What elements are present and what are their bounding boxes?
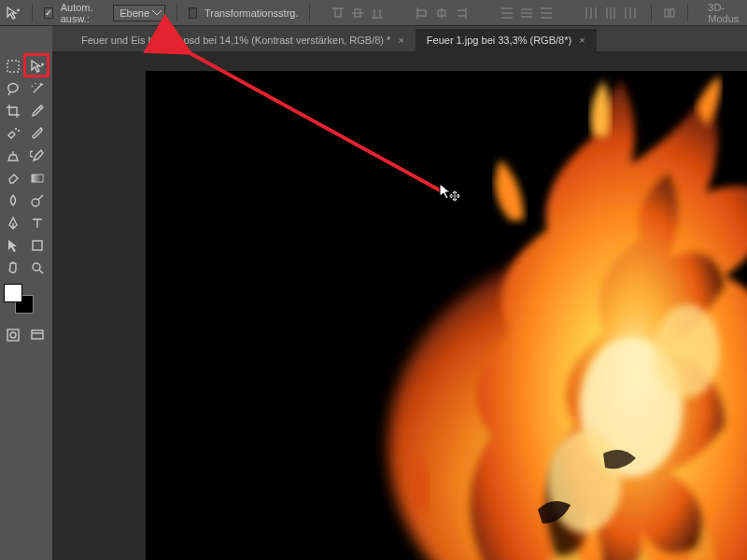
dist-top-icon[interactable] [498, 4, 516, 22]
type-icon[interactable] [26, 213, 49, 233]
dodge-icon[interactable] [26, 190, 49, 211]
svg-point-4 [33, 263, 40, 271]
eyedropper-icon[interactable] [26, 101, 49, 121]
distribute-group-h [582, 4, 640, 22]
color-swatches[interactable] [2, 284, 39, 317]
path-select-icon[interactable] [2, 235, 24, 256]
divider [687, 4, 688, 22]
distribute-group [498, 4, 556, 22]
layer-select[interactable]: Ebene [113, 5, 165, 21]
svg-point-11 [655, 304, 720, 398]
divider [32, 4, 33, 22]
document-tabbar: Feuer und Eis by MDLpsd bei 14,1% (Kontr… [0, 26, 747, 52]
align-left-icon[interactable] [413, 4, 431, 22]
tutorial-highlight [23, 53, 49, 77]
auto-align-icon[interactable] [663, 4, 676, 22]
divider [651, 4, 652, 22]
svg-point-6 [10, 332, 16, 338]
mode-3d-label[interactable]: 3D-Modus [708, 2, 741, 24]
canvas-viewport[interactable] [52, 52, 747, 560]
align-group-vertical [329, 4, 387, 22]
align-right-icon[interactable] [452, 4, 471, 22]
svg-rect-0 [7, 61, 19, 72]
align-bottom-icon[interactable] [368, 4, 387, 22]
tab-label: Feuer 1.jpg bei 33,3% (RGB/8*) [427, 35, 571, 46]
foreground-swatch[interactable] [4, 284, 22, 302]
svg-rect-7 [32, 330, 43, 339]
crop-icon[interactable] [2, 101, 24, 121]
close-icon[interactable]: × [398, 35, 403, 46]
auto-select-label: Autom. ausw.: [61, 2, 106, 24]
divider [309, 4, 310, 22]
hand-icon[interactable] [2, 258, 24, 278]
tools-panel [0, 26, 52, 560]
svg-point-9 [580, 337, 683, 477]
align-hcenter-icon[interactable] [432, 4, 451, 22]
magic-wand-icon[interactable] [26, 78, 49, 99]
close-icon[interactable]: × [579, 35, 585, 46]
blur-icon[interactable] [2, 190, 24, 211]
main-area [0, 52, 747, 560]
quickmask-icon[interactable] [2, 325, 24, 345]
history-brush-icon[interactable] [26, 146, 49, 166]
document-tab[interactable]: Feuer und Eis by MDLpsd bei 14,1% (Kontr… [70, 29, 416, 51]
eraser-icon[interactable] [2, 168, 24, 189]
transform-label: Transformationsstrg. [204, 7, 298, 19]
options-bar: ✓ Autom. ausw.: Ebene Transformationsstr… [0, 0, 747, 26]
dist-right-icon[interactable] [621, 4, 640, 22]
svg-rect-1 [32, 175, 43, 182]
tab-label: Feuer und Eis by MDLpsd bei 14,1% (Kontr… [81, 35, 390, 46]
svg-point-2 [32, 199, 39, 206]
dist-left-icon[interactable] [582, 4, 600, 22]
screenmode-icon[interactable] [26, 325, 49, 345]
clone-stamp-icon[interactable] [2, 146, 24, 166]
align-vcenter-icon[interactable] [348, 4, 367, 22]
document-canvas[interactable] [146, 71, 747, 560]
zoom-icon[interactable] [26, 258, 49, 278]
align-top-icon[interactable] [329, 4, 347, 22]
auto-select-checkbox[interactable]: ✓ [44, 7, 53, 19]
dist-bottom-icon[interactable] [537, 4, 556, 22]
transform-checkbox[interactable] [189, 7, 197, 19]
gradient-icon[interactable] [26, 168, 49, 189]
dist-vcenter-icon[interactable] [517, 4, 536, 22]
brush-icon[interactable] [26, 123, 49, 144]
document-tab[interactable]: Feuer 1.jpg bei 33,3% (RGB/8*) × [416, 29, 597, 51]
move-tool-indicator-icon [6, 4, 21, 22]
shape-icon[interactable] [26, 235, 49, 256]
move-icon[interactable] [26, 56, 49, 77]
svg-rect-5 [7, 329, 19, 341]
lasso-icon[interactable] [2, 78, 24, 99]
divider [176, 4, 177, 22]
svg-rect-3 [33, 241, 42, 250]
dist-hcenter-icon[interactable] [601, 4, 620, 22]
svg-point-10 [547, 430, 622, 533]
fire-image [314, 71, 747, 560]
marquee-icon[interactable] [2, 56, 24, 77]
spot-heal-icon[interactable] [2, 123, 24, 144]
svg-point-8 [388, 248, 747, 560]
pen-icon[interactable] [2, 213, 24, 233]
align-group-horizontal [413, 4, 471, 22]
